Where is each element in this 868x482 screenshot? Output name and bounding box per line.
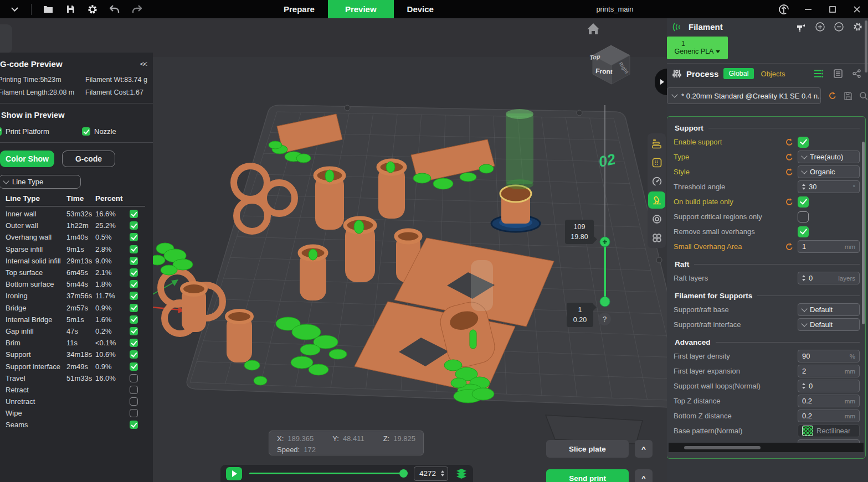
tab-others[interactable] [648, 229, 665, 246]
row-visibility-checkbox[interactable] [130, 421, 138, 429]
reset-icon[interactable] [785, 168, 794, 177]
remove-filament-icon[interactable] [834, 22, 844, 32]
setting-input[interactable]: 30° [798, 180, 860, 193]
setting-dropdown[interactable]: Tree(auto) [798, 151, 860, 163]
minimize-button[interactable] [803, 4, 814, 15]
row-visibility-checkbox[interactable] [130, 257, 138, 265]
reset-icon[interactable] [785, 242, 794, 251]
row-visibility-checkbox[interactable] [130, 386, 138, 394]
color-show-button[interactable]: Color Show [0, 151, 54, 167]
tab-speed[interactable] [648, 173, 665, 190]
setting-checkbox[interactable] [798, 226, 809, 237]
reset-preset-icon[interactable] [828, 91, 837, 100]
row-visibility-checkbox[interactable] [130, 339, 138, 347]
save-icon[interactable] [65, 4, 76, 15]
row-visibility-checkbox[interactable] [130, 397, 138, 406]
search-settings-icon[interactable] [859, 91, 868, 100]
setting-checkbox[interactable] [798, 211, 809, 222]
print-platform-checkbox[interactable] [0, 127, 2, 136]
upload-cloud-icon[interactable] [778, 4, 789, 15]
tab-prepare[interactable]: Prepare [270, 0, 328, 18]
collapsed-panel-tab[interactable] [0, 24, 12, 53]
row-visibility-checkbox[interactable] [130, 210, 138, 218]
tab-preview[interactable]: Preview [328, 0, 394, 18]
spinner-arrows-icon[interactable] [802, 184, 805, 190]
row-visibility-checkbox[interactable] [130, 268, 138, 277]
slice-options-button[interactable]: ^ [635, 440, 653, 458]
setting-input[interactable]: 0.2mm [798, 395, 860, 407]
setting-input[interactable]: 0 [798, 380, 860, 392]
row-visibility-checkbox[interactable] [130, 280, 138, 288]
tab-support[interactable] [648, 191, 665, 209]
expand-all-settings-icon[interactable] [814, 69, 824, 78]
tab-seam[interactable] [648, 210, 665, 227]
setting-input[interactable]: 2mm [798, 365, 860, 377]
row-visibility-checkbox[interactable] [130, 221, 138, 230]
setting-input[interactable]: 1mm [798, 240, 860, 253]
move-number-input[interactable]: 4272 [414, 467, 448, 481]
reset-icon[interactable] [785, 198, 794, 206]
compare-presets-icon[interactable] [852, 69, 861, 78]
redo-icon[interactable] [131, 4, 142, 15]
maximize-button[interactable] [827, 4, 838, 15]
setting-checkbox[interactable] [798, 196, 809, 208]
reset-icon[interactable] [785, 153, 794, 162]
reset-icon[interactable] [785, 138, 794, 147]
spinner-arrows-icon[interactable] [441, 470, 444, 476]
spinner-arrows-icon[interactable] [802, 383, 805, 389]
scope-global-tab[interactable]: Global [723, 68, 753, 79]
layers-view-icon[interactable] [455, 468, 468, 480]
close-button[interactable] [851, 4, 862, 15]
setting-input[interactable]: 90% [798, 350, 860, 362]
collapse-panel-button[interactable]: << [140, 60, 146, 68]
scope-objects-tab[interactable]: Objects [761, 70, 785, 78]
row-visibility-checkbox[interactable] [130, 327, 138, 335]
setting-dropdown[interactable]: Organic [798, 165, 860, 178]
move-slider-handle[interactable] [399, 469, 408, 478]
setting-checkbox[interactable] [798, 137, 809, 148]
gcode-button[interactable]: G-code [62, 151, 115, 167]
open-file-icon[interactable] [43, 4, 54, 15]
filament-settings-gear-icon[interactable] [853, 22, 862, 32]
setting-dropdown[interactable]: Default [798, 303, 860, 316]
row-visibility-checkbox[interactable] [130, 233, 138, 241]
tab-strength[interactable] [648, 154, 665, 171]
nozzle-checkbox[interactable] [82, 127, 90, 136]
setting-dropdown[interactable]: Default [798, 318, 860, 331]
move-slider[interactable] [249, 473, 407, 474]
row-visibility-checkbox[interactable] [130, 409, 138, 417]
vertical-scrollbar-thumb[interactable] [862, 142, 865, 324]
horizontal-scrollbar[interactable] [669, 443, 864, 452]
row-visibility-checkbox[interactable] [130, 350, 138, 359]
settings-table-icon[interactable] [834, 69, 843, 78]
row-visibility-checkbox[interactable] [130, 292, 138, 300]
filament-slot-chip[interactable]: 1 Generic PLA [667, 37, 728, 59]
play-button[interactable] [226, 467, 242, 480]
add-filament-icon[interactable] [815, 22, 825, 32]
setting-input[interactable]: 0.2mm [798, 410, 860, 422]
slice-plate-button[interactable]: Slice plate [546, 440, 629, 458]
row-visibility-checkbox[interactable] [130, 315, 138, 324]
row-visibility-checkbox[interactable] [130, 304, 138, 312]
save-preset-icon[interactable] [844, 92, 852, 100]
slider-bottom-handle[interactable] [600, 297, 610, 307]
send-print-button[interactable]: Send print [546, 469, 629, 482]
slider-help-button[interactable]: ? [598, 313, 611, 325]
spinner-arrows-icon[interactable] [802, 275, 805, 281]
process-preset-dropdown[interactable]: * 0.20mm Standard @Creality K1 SE 0.4 n.… [667, 87, 821, 104]
send-options-button[interactable]: ^ [635, 469, 653, 482]
row-visibility-checkbox[interactable] [130, 374, 138, 382]
tab-quality[interactable] [648, 135, 665, 152]
row-visibility-checkbox[interactable] [130, 245, 138, 253]
panel-scrollbar-thumb[interactable] [865, 20, 867, 72]
tab-device[interactable]: Device [394, 0, 447, 18]
unload-filament-icon[interactable] [796, 23, 806, 32]
window-menu-chevron-icon[interactable] [9, 4, 20, 15]
line-type-dropdown[interactable]: Line Type [0, 175, 81, 189]
setting-input[interactable]: Rectilinear [798, 424, 860, 437]
settings-gear-icon[interactable] [87, 4, 98, 15]
horizontal-scrollbar-thumb[interactable] [684, 446, 761, 449]
setting-input[interactable]: 0layers [798, 272, 860, 284]
row-visibility-checkbox[interactable] [130, 362, 138, 371]
undo-icon[interactable] [109, 4, 120, 15]
